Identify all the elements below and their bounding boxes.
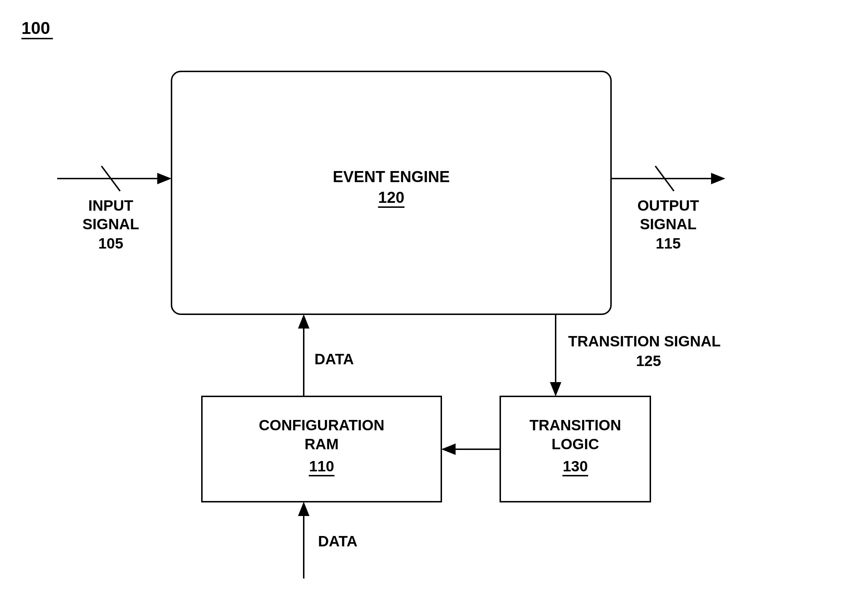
transition-logic-title-l1: TRANSITION bbox=[529, 417, 622, 434]
configuration-ram-title-l2: RAM bbox=[305, 436, 339, 452]
event-engine-ref: 120 bbox=[378, 189, 404, 206]
output-signal-ref: 115 bbox=[656, 235, 681, 252]
transition-signal-label: TRANSITION SIGNAL bbox=[568, 333, 721, 349]
data-label-in: DATA bbox=[318, 533, 357, 550]
figure-number: 100 bbox=[22, 19, 50, 37]
block-diagram: 100 EVENT ENGINE 120 INPUT SIGNAL 105 OU… bbox=[0, 0, 859, 616]
output-signal-l2: SIGNAL bbox=[640, 216, 697, 232]
transition-signal-ref: 125 bbox=[636, 352, 661, 369]
svg-marker-3 bbox=[157, 173, 172, 184]
svg-marker-6 bbox=[711, 173, 725, 184]
output-signal-l1: OUTPUT bbox=[637, 197, 699, 214]
data-label-up: DATA bbox=[314, 351, 354, 368]
svg-marker-13 bbox=[550, 382, 561, 396]
transition-logic-title-l2: LOGIC bbox=[552, 436, 599, 452]
event-engine-title: EVENT ENGINE bbox=[333, 168, 450, 186]
input-signal-l2: SIGNAL bbox=[83, 216, 139, 232]
input-signal-ref: 105 bbox=[98, 235, 123, 252]
svg-marker-11 bbox=[298, 314, 309, 329]
transition-logic-ref: 130 bbox=[563, 458, 588, 474]
configuration-ram-title-l1: CONFIGURATION bbox=[259, 417, 384, 434]
input-signal-l1: INPUT bbox=[88, 197, 133, 214]
svg-marker-15 bbox=[441, 443, 456, 455]
svg-marker-17 bbox=[298, 502, 309, 516]
configuration-ram-ref: 110 bbox=[309, 458, 334, 474]
